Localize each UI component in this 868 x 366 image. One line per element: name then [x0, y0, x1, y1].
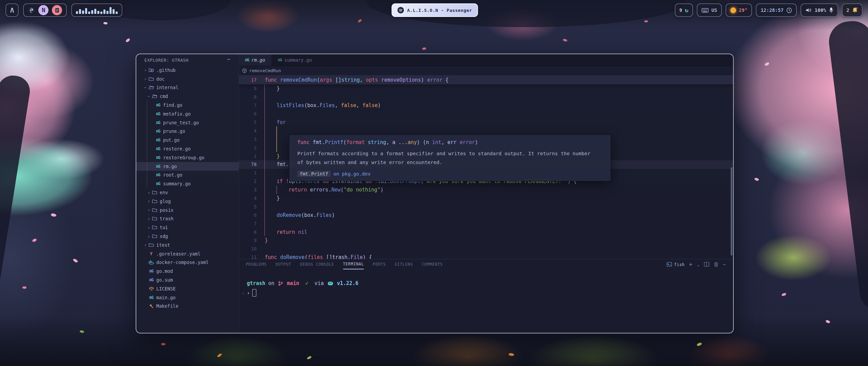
code-line[interactable]: 10: [239, 245, 733, 253]
explorer-item-put.go[interactable]: ≡Gput.go: [136, 136, 239, 144]
editor-scrollbar[interactable]: [731, 167, 732, 256]
explorer-item-restoreGroup.go[interactable]: ≡GrestoreGroup.go: [136, 153, 239, 162]
code-line[interactable]: 5for: [239, 118, 733, 127]
code-line[interactable]: 4}: [239, 194, 733, 203]
panel-tab-terminal[interactable]: TERMINAL: [343, 259, 364, 269]
code-editor[interactable]: 17func removeCmdRun(args []string, opts …: [239, 75, 733, 259]
file-label: main.go: [156, 295, 176, 300]
explorer-item-.github[interactable]: ›.github: [136, 66, 239, 75]
visualizer-bar: [79, 9, 81, 14]
explorer-item-rm.go[interactable]: ≡Grm.go: [136, 162, 239, 171]
tab-rm.go[interactable]: ≡Grm.go: [239, 54, 272, 66]
file-label: go.sum: [156, 277, 173, 283]
updates-module[interactable]: 9 ↻: [675, 3, 693, 17]
sun-icon: [730, 7, 736, 13]
explorer-item-metafix.go[interactable]: ≡Gmetafix.go: [136, 109, 239, 118]
kill-terminal-button[interactable]: [714, 262, 718, 267]
now-playing-title: A.L.I.S.O.N - Passenger: [407, 8, 472, 13]
pkg-go-dev-link[interactable]: on pkg.go.dev: [333, 171, 371, 177]
panel-tab-output[interactable]: OUTPUT: [276, 259, 291, 269]
docker-icon: [149, 260, 154, 265]
browser-app-icon[interactable]: [28, 7, 35, 14]
code-line[interactable]: 8return nil: [239, 228, 733, 236]
notifications-module[interactable]: 2: [842, 3, 863, 17]
explorer-item-cmd[interactable]: ›cmd: [136, 92, 239, 101]
explorer-sidebar: EXPLORER: GTRASH ⋯ ›.github›doc›internal…: [136, 54, 239, 333]
line-number: 2: [239, 179, 257, 184]
panel-tab-debug-console[interactable]: DEBUG CONSOLE: [300, 259, 334, 269]
now-playing-widget[interactable]: A.L.I.S.O.N - Passenger: [392, 3, 478, 17]
chevron-icon: ›: [146, 225, 151, 230]
chevron-icon: ›: [146, 94, 152, 99]
explorer-item-doc[interactable]: ›doc: [136, 75, 239, 83]
document-app-icon[interactable]: [52, 5, 62, 15]
panel-tab-comments[interactable]: COMMENTS: [422, 259, 443, 269]
explorer-item-env[interactable]: ›env: [136, 188, 239, 197]
terminal[interactable]: gtrash on main ✓ via v1.22.6 ○ ›: [239, 269, 733, 333]
weather-module[interactable]: 29°: [726, 3, 752, 17]
line-number: 78: [239, 162, 257, 167]
sticky-scroll-line[interactable]: 17func removeCmdRun(args []string, opts …: [239, 75, 733, 85]
explorer-item-tui[interactable]: ›tui: [136, 223, 239, 232]
explorer-item-internal[interactable]: ›internal: [136, 83, 239, 92]
code-line[interactable]: 9}: [239, 84, 733, 93]
explorer-item-root.go[interactable]: ≡Groot.go: [136, 171, 239, 180]
code-line[interactable]: 11func doRemove(files []trash.File) {: [239, 253, 733, 259]
panel-tab-problems[interactable]: PROBLEMS: [246, 259, 267, 269]
panel-tab-ports[interactable]: PORTS: [373, 259, 386, 269]
panel-more-button[interactable]: ⋯: [723, 262, 726, 267]
explorer-item-prune_test.go[interactable]: ≡Gprune_test.go: [136, 118, 239, 127]
terminal-dropdown-button[interactable]: ⌄: [697, 262, 699, 267]
line-number: 3: [239, 187, 257, 192]
breadcrumb[interactable]: removeCmdRun: [239, 66, 733, 75]
go-file-icon: ≡G: [278, 58, 282, 62]
explorer-item-trash[interactable]: ›trash: [136, 215, 239, 223]
code-line[interactable]: 4: [239, 126, 733, 135]
terminal-shell-selector[interactable]: fish: [667, 262, 685, 267]
explorer-item-.goreleaser.yaml[interactable]: Y.goreleaser.yaml: [136, 249, 239, 258]
code-line[interactable]: 6: [239, 110, 733, 118]
code-line[interactable]: 7: [239, 219, 733, 228]
line-number: 9: [239, 86, 257, 91]
code-line[interactable]: 5: [239, 202, 733, 211]
new-terminal-button[interactable]: +: [689, 261, 692, 268]
explorer-item-main.go[interactable]: ≡Gmain.go: [136, 293, 239, 302]
notes-app-icon[interactable]: N: [38, 5, 48, 15]
code-line[interactable]: 6doRemove(box.Files): [239, 211, 733, 219]
launcher-button[interactable]: Λ: [5, 3, 19, 17]
code-line[interactable]: 8: [239, 93, 733, 101]
explorer-item-restore.go[interactable]: ≡Grestore.go: [136, 144, 239, 153]
explorer-item-docker-compose.yaml[interactable]: docker-compose.yaml: [136, 258, 239, 267]
panel-tab-gitlens[interactable]: GITLENS: [395, 259, 413, 269]
indent-guide-if-block: [276, 186, 277, 194]
explorer-item-glog[interactable]: ›glog: [136, 197, 239, 206]
explorer-item-Makefile[interactable]: Makefile: [136, 302, 239, 311]
code-line[interactable]: 7listFiles(box.Files, false, false): [239, 101, 733, 110]
file-label: restoreGroup.go: [163, 155, 204, 160]
explorer-item-find.go[interactable]: ≡Gfind.go: [136, 101, 239, 109]
explorer-item-summary.go[interactable]: ≡Gsummary.go: [136, 179, 239, 188]
code-text: }: [265, 237, 268, 243]
go-icon: ≡G: [155, 138, 161, 142]
code-line[interactable]: 3return errors.New("do nothing"): [239, 186, 733, 194]
explorer-item-prune.go[interactable]: ≡Gprune.go: [136, 127, 239, 136]
temperature-label: 29°: [739, 7, 747, 13]
explorer-item-xdg[interactable]: ›xdg: [136, 232, 239, 241]
volume-module[interactable]: 100%: [801, 3, 838, 17]
explorer-item-posix[interactable]: ›posix: [136, 206, 239, 215]
keyboard-layout-module[interactable]: US: [697, 3, 722, 17]
go-file-icon: ≡G: [245, 58, 249, 62]
topbar-right-modules: 9 ↻ US 29° 12:28:57 100% 2: [675, 3, 863, 17]
code-line[interactable]: 9}: [239, 236, 733, 245]
explorer-item-LICENSE[interactable]: LICENSE: [136, 284, 239, 293]
explorer-more-actions-button[interactable]: ⋯: [227, 56, 231, 62]
visualizer-bar: [100, 12, 102, 14]
split-terminal-button[interactable]: [704, 262, 709, 267]
line-number: 3: [239, 137, 257, 142]
explorer-item-itest[interactable]: ›itest: [136, 241, 239, 249]
explorer-item-go.mod[interactable]: ≡Ggo.mod: [136, 267, 239, 276]
clock-module[interactable]: 12:28:57: [756, 3, 796, 17]
explorer-item-go.sum[interactable]: ≡Ggo.sum: [136, 276, 239, 284]
bottom-panel: PROBLEMSOUTPUTDEBUG CONSOLETERMINALPORTS…: [239, 259, 733, 333]
tab-summary.go[interactable]: ≡Gsummary.go: [272, 54, 318, 66]
